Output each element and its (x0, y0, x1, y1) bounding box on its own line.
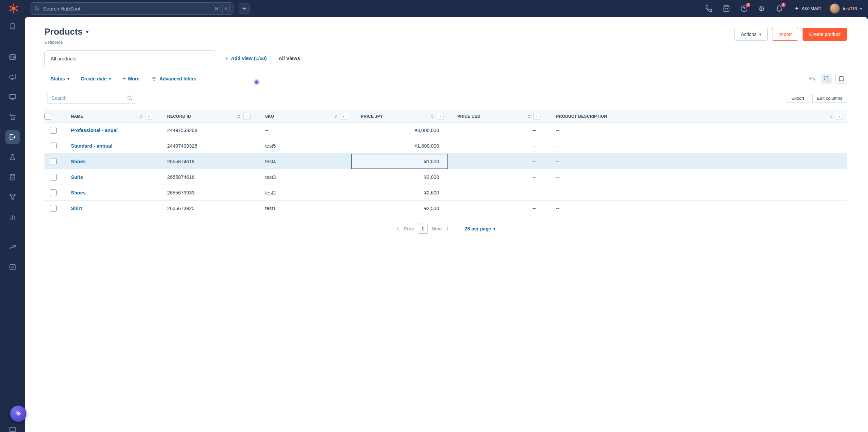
sidebar-item-workflows[interactable] (5, 190, 20, 204)
marketplace-icon[interactable] (722, 4, 731, 13)
global-search[interactable]: ⌘ K (30, 2, 234, 15)
description-value[interactable]: -- (556, 190, 559, 195)
column-menu-button[interactable]: ⋮ (437, 113, 444, 120)
column-menu-button[interactable]: ⋮ (533, 113, 540, 120)
sort-icon[interactable] (333, 114, 338, 119)
price-usd-value[interactable]: -- (532, 143, 536, 149)
sidebar-item-content[interactable] (5, 90, 20, 104)
sidebar-item-marketing[interactable] (5, 70, 20, 84)
sidebar-item-reporting[interactable] (5, 210, 20, 224)
filter-create-date[interactable]: Create date ▾ (81, 76, 111, 81)
quick-create-button[interactable]: + (239, 3, 250, 14)
all-views-link[interactable]: All Views (279, 50, 300, 67)
table-row[interactable]: Shoes 2655673933 test2 ¥2,600 -- -- (44, 185, 847, 201)
description-value[interactable]: -- (556, 174, 559, 180)
sort-icon[interactable] (430, 114, 435, 119)
sort-icon[interactable] (527, 114, 531, 119)
price-jpy-value[interactable]: ¥2,500 (424, 206, 439, 211)
product-name-link[interactable]: Shoes (71, 190, 86, 195)
edit-columns-button[interactable]: Edit columns (812, 94, 847, 103)
product-name-link[interactable]: Shoes (71, 159, 86, 164)
filter-more[interactable]: + More (122, 76, 139, 82)
settings-icon[interactable]: ⚙ (757, 4, 766, 13)
record-id-value: 2655874619 (167, 159, 195, 164)
price-usd-value[interactable]: -- (532, 190, 536, 195)
price-jpy-value[interactable]: ¥1,800,000 (414, 143, 439, 149)
sidebar-item-commerce[interactable] (5, 110, 20, 124)
price-jpy-value[interactable]: ¥3,000,000 (414, 128, 439, 133)
global-search-input[interactable] (43, 6, 211, 12)
tab-all-products[interactable]: All products (44, 50, 216, 67)
selected-price-jpy-cell[interactable]: ¥1,500 (351, 154, 448, 169)
table-search[interactable] (47, 93, 136, 104)
add-view-button[interactable]: + Add view (1/50) (225, 50, 267, 67)
column-menu-button[interactable]: ⋮ (243, 113, 251, 120)
calling-icon[interactable] (704, 4, 713, 13)
product-name-link[interactable]: Standard - annual (71, 143, 112, 149)
page-title-dropdown[interactable]: Products ▾ (44, 26, 88, 37)
price-usd-value[interactable]: -- (532, 206, 536, 211)
undo-view-button[interactable] (806, 74, 818, 84)
sidebar-item-tasks[interactable] (5, 260, 20, 274)
row-checkbox[interactable] (50, 127, 57, 134)
price-usd-value[interactable]: -- (532, 128, 536, 133)
column-menu-button[interactable]: ⋮ (145, 113, 152, 120)
column-menu-button[interactable]: ⋮ (836, 113, 843, 120)
sort-icon[interactable] (138, 114, 143, 119)
row-checkbox[interactable] (50, 189, 57, 196)
description-value[interactable]: -- (556, 159, 559, 164)
user-menu[interactable]: test113 ▾ (830, 3, 862, 14)
description-value[interactable]: -- (556, 128, 559, 133)
row-checkbox[interactable] (50, 158, 57, 165)
sidebar-item-automations[interactable] (5, 150, 20, 164)
row-checkbox[interactable] (50, 205, 57, 212)
sidebar-item-data[interactable] (5, 170, 20, 184)
breeze-assistant-button[interactable]: ✳ (10, 406, 26, 422)
assistant-button[interactable]: ✦ Assistant (794, 5, 821, 12)
sidebar-item-bookmarks[interactable] (5, 20, 20, 33)
advanced-filters-button[interactable]: Advanced filters (151, 76, 196, 82)
table-row-highlighted[interactable]: Shoes 2655874619 test4 ¥1,500 -- -- (44, 154, 847, 169)
create-product-button[interactable]: Create product (803, 28, 847, 41)
sidebar-item-partial[interactable] (8, 426, 17, 432)
sidebar-item-growth[interactable] (5, 240, 20, 254)
filter-status[interactable]: Status ▾ (51, 76, 69, 81)
hubspot-logo[interactable] (8, 3, 19, 14)
column-menu-button[interactable]: ⋮ (340, 113, 347, 120)
select-all-checkbox[interactable] (44, 113, 51, 120)
sort-icon[interactable] (829, 114, 834, 119)
product-name-link[interactable]: Shirt (71, 206, 82, 211)
product-name-link[interactable]: Professional - anual (71, 128, 118, 133)
onboarding-beacon[interactable] (254, 79, 260, 85)
price-usd-value[interactable]: -- (532, 159, 536, 164)
price-jpy-value[interactable]: ¥2,600 (424, 190, 439, 195)
product-name-link[interactable]: Suits (71, 174, 83, 180)
table-row[interactable]: Professional - anual 24497533208 -- ¥3,0… (44, 123, 847, 138)
import-button[interactable]: Import (772, 28, 798, 41)
row-checkbox[interactable] (50, 174, 57, 181)
table-search-input[interactable] (47, 93, 136, 104)
description-value[interactable]: -- (556, 143, 559, 149)
export-button[interactable]: Export (787, 94, 809, 103)
clone-view-button[interactable] (821, 74, 832, 84)
sidebar-item-contacts[interactable] (5, 50, 20, 64)
price-jpy-value[interactable]: ¥3,000 (424, 174, 439, 180)
table-row[interactable]: Suits 2655874616 test3 ¥3,000 -- -- (44, 169, 847, 185)
row-checkbox[interactable] (50, 143, 57, 149)
prev-page-label[interactable]: Prev (403, 226, 414, 231)
help-icon[interactable]: 1 (739, 4, 748, 13)
per-page-dropdown[interactable]: 25 per page ▾ (465, 226, 495, 231)
next-page-chevron-icon[interactable]: › (446, 225, 449, 232)
sort-icon[interactable] (237, 114, 241, 119)
actions-button[interactable]: Actions ▾ (734, 28, 767, 41)
sidebar-item-library-active[interactable] (5, 130, 20, 144)
current-page-button[interactable]: 1 (418, 224, 428, 234)
next-page-label[interactable]: Next (432, 226, 442, 231)
prev-page-chevron-icon[interactable]: ‹ (396, 225, 400, 232)
description-value[interactable]: -- (556, 206, 559, 211)
notifications-icon[interactable]: 2 (775, 4, 784, 13)
table-row[interactable]: Shirt 2655673925 test1 ¥2,500 -- -- (44, 201, 847, 216)
price-usd-value[interactable]: -- (532, 174, 536, 180)
table-row[interactable]: Standard - annual 24497409325 test5 ¥1,8… (44, 138, 847, 154)
save-view-button[interactable] (835, 74, 847, 84)
